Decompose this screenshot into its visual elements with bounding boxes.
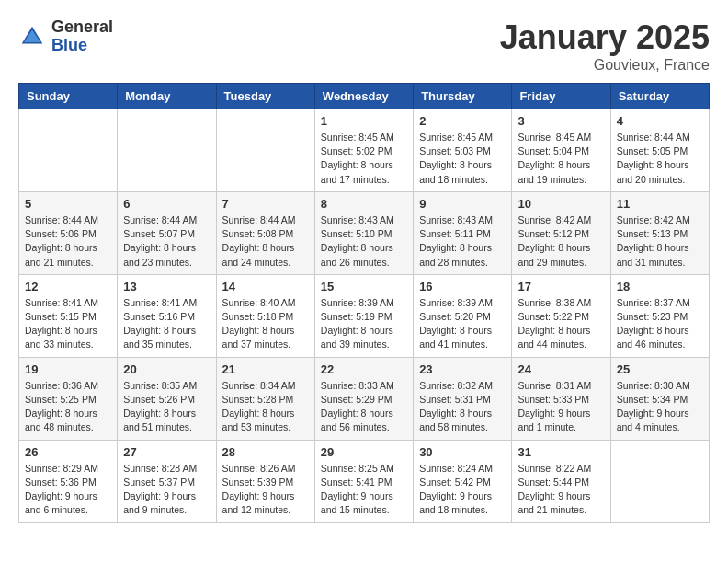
day-number: 17: [518, 280, 604, 293]
calendar-cell: 14Sunrise: 8:40 AM Sunset: 5:18 PM Dayli…: [216, 274, 314, 357]
calendar-week-row: 19Sunrise: 8:36 AM Sunset: 5:25 PM Dayli…: [19, 357, 710, 440]
calendar-cell: [216, 109, 314, 192]
day-number: 3: [518, 114, 604, 128]
logo-blue: Blue: [51, 37, 113, 55]
weekday-header: Wednesday: [314, 84, 413, 109]
day-number: 7: [222, 197, 309, 211]
calendar-cell: 6Sunrise: 8:44 AM Sunset: 5:07 PM Daylig…: [118, 191, 216, 274]
calendar-cell: 17Sunrise: 8:38 AM Sunset: 5:22 PM Dayli…: [512, 274, 610, 357]
calendar-cell: 12Sunrise: 8:41 AM Sunset: 5:15 PM Dayli…: [19, 274, 118, 357]
calendar-cell: 13Sunrise: 8:41 AM Sunset: 5:16 PM Dayli…: [118, 274, 216, 357]
day-number: 28: [222, 445, 309, 459]
logo-icon: [18, 23, 46, 51]
day-info: Sunrise: 8:44 AM Sunset: 5:05 PM Dayligh…: [617, 131, 703, 187]
calendar-cell: 20Sunrise: 8:35 AM Sunset: 5:26 PM Dayli…: [118, 357, 216, 440]
calendar-week-row: 5Sunrise: 8:44 AM Sunset: 5:06 PM Daylig…: [19, 191, 710, 274]
logo: General Blue: [18, 18, 113, 55]
weekday-header: Tuesday: [216, 84, 314, 109]
calendar-cell: 11Sunrise: 8:42 AM Sunset: 5:13 PM Dayli…: [610, 191, 709, 274]
calendar-cell: 26Sunrise: 8:29 AM Sunset: 5:36 PM Dayli…: [19, 440, 118, 523]
day-info: Sunrise: 8:41 AM Sunset: 5:15 PM Dayligh…: [25, 296, 111, 352]
day-number: 6: [123, 197, 210, 211]
calendar-cell: 15Sunrise: 8:39 AM Sunset: 5:19 PM Dayli…: [314, 274, 413, 357]
day-info: Sunrise: 8:31 AM Sunset: 5:33 PM Dayligh…: [518, 379, 604, 435]
day-number: 11: [617, 197, 703, 211]
day-info: Sunrise: 8:41 AM Sunset: 5:16 PM Dayligh…: [123, 296, 210, 352]
day-number: 15: [321, 280, 407, 293]
calendar-cell: [610, 440, 709, 523]
calendar-cell: 5Sunrise: 8:44 AM Sunset: 5:06 PM Daylig…: [19, 191, 118, 274]
day-info: Sunrise: 8:43 AM Sunset: 5:11 PM Dayligh…: [419, 213, 506, 270]
calendar-cell: 9Sunrise: 8:43 AM Sunset: 5:11 PM Daylig…: [414, 191, 512, 274]
day-number: 21: [222, 362, 309, 376]
calendar-cell: 7Sunrise: 8:44 AM Sunset: 5:08 PM Daylig…: [216, 191, 314, 274]
day-info: Sunrise: 8:44 AM Sunset: 5:08 PM Dayligh…: [222, 213, 309, 270]
logo-text: General Blue: [51, 18, 113, 55]
calendar-week-row: 12Sunrise: 8:41 AM Sunset: 5:15 PM Dayli…: [19, 274, 710, 357]
month-title: January 2025: [500, 18, 710, 57]
calendar-cell: 27Sunrise: 8:28 AM Sunset: 5:37 PM Dayli…: [118, 440, 216, 523]
calendar-cell: 28Sunrise: 8:26 AM Sunset: 5:39 PM Dayli…: [216, 440, 314, 523]
day-info: Sunrise: 8:32 AM Sunset: 5:31 PM Dayligh…: [419, 379, 506, 435]
calendar-cell: 3Sunrise: 8:45 AM Sunset: 5:04 PM Daylig…: [512, 109, 610, 192]
calendar-cell: 16Sunrise: 8:39 AM Sunset: 5:20 PM Dayli…: [414, 274, 512, 357]
day-info: Sunrise: 8:28 AM Sunset: 5:37 PM Dayligh…: [123, 462, 210, 518]
day-number: 20: [123, 362, 210, 376]
day-info: Sunrise: 8:37 AM Sunset: 5:23 PM Dayligh…: [617, 296, 703, 352]
calendar-cell: 18Sunrise: 8:37 AM Sunset: 5:23 PM Dayli…: [610, 274, 709, 357]
day-info: Sunrise: 8:45 AM Sunset: 5:04 PM Dayligh…: [518, 131, 604, 187]
day-number: 13: [123, 280, 210, 293]
day-info: Sunrise: 8:24 AM Sunset: 5:42 PM Dayligh…: [419, 462, 506, 518]
calendar-week-row: 1Sunrise: 8:45 AM Sunset: 5:02 PM Daylig…: [19, 109, 710, 192]
calendar-cell: 25Sunrise: 8:30 AM Sunset: 5:34 PM Dayli…: [610, 357, 709, 440]
calendar-cell: 31Sunrise: 8:22 AM Sunset: 5:44 PM Dayli…: [512, 440, 610, 523]
day-info: Sunrise: 8:42 AM Sunset: 5:12 PM Dayligh…: [518, 213, 604, 270]
day-number: 27: [123, 445, 210, 459]
location: Gouvieux, France: [500, 57, 710, 74]
calendar-cell: 2Sunrise: 8:45 AM Sunset: 5:03 PM Daylig…: [414, 109, 512, 192]
day-number: 31: [518, 445, 604, 459]
day-info: Sunrise: 8:44 AM Sunset: 5:06 PM Dayligh…: [25, 213, 111, 270]
page-header: General Blue January 2025 Gouvieux, Fran…: [18, 18, 710, 74]
day-info: Sunrise: 8:30 AM Sunset: 5:34 PM Dayligh…: [617, 379, 703, 435]
day-number: 4: [617, 114, 703, 128]
day-number: 1: [321, 114, 407, 128]
title-block: January 2025 Gouvieux, France: [500, 18, 710, 74]
day-number: 26: [25, 445, 111, 459]
calendar-cell: 19Sunrise: 8:36 AM Sunset: 5:25 PM Dayli…: [19, 357, 118, 440]
day-number: 19: [25, 362, 111, 376]
day-number: 22: [321, 362, 407, 376]
day-info: Sunrise: 8:34 AM Sunset: 5:28 PM Dayligh…: [222, 379, 309, 435]
day-info: Sunrise: 8:40 AM Sunset: 5:18 PM Dayligh…: [222, 296, 309, 352]
day-number: 12: [25, 280, 111, 293]
weekday-header: Thursday: [414, 84, 512, 109]
day-info: Sunrise: 8:36 AM Sunset: 5:25 PM Dayligh…: [25, 379, 111, 435]
calendar-cell: 8Sunrise: 8:43 AM Sunset: 5:10 PM Daylig…: [314, 191, 413, 274]
day-info: Sunrise: 8:45 AM Sunset: 5:02 PM Dayligh…: [321, 131, 407, 187]
day-info: Sunrise: 8:26 AM Sunset: 5:39 PM Dayligh…: [222, 462, 309, 518]
calendar-cell: 30Sunrise: 8:24 AM Sunset: 5:42 PM Dayli…: [414, 440, 512, 523]
day-number: 30: [419, 445, 506, 459]
weekday-header: Monday: [118, 84, 216, 109]
logo-general: General: [51, 18, 113, 37]
calendar-cell: 22Sunrise: 8:33 AM Sunset: 5:29 PM Dayli…: [314, 357, 413, 440]
day-info: Sunrise: 8:43 AM Sunset: 5:10 PM Dayligh…: [321, 213, 407, 270]
day-info: Sunrise: 8:45 AM Sunset: 5:03 PM Dayligh…: [419, 131, 506, 187]
day-info: Sunrise: 8:35 AM Sunset: 5:26 PM Dayligh…: [123, 379, 210, 435]
weekday-header-row: SundayMondayTuesdayWednesdayThursdayFrid…: [19, 84, 710, 109]
calendar-cell: 1Sunrise: 8:45 AM Sunset: 5:02 PM Daylig…: [314, 109, 413, 192]
day-number: 14: [222, 280, 309, 293]
day-info: Sunrise: 8:39 AM Sunset: 5:20 PM Dayligh…: [419, 296, 506, 352]
calendar-cell: 10Sunrise: 8:42 AM Sunset: 5:12 PM Dayli…: [512, 191, 610, 274]
calendar-week-row: 26Sunrise: 8:29 AM Sunset: 5:36 PM Dayli…: [19, 440, 710, 523]
day-number: 5: [25, 197, 111, 211]
weekday-header: Saturday: [610, 84, 709, 109]
weekday-header: Sunday: [19, 84, 118, 109]
calendar-cell: [19, 109, 118, 192]
day-number: 10: [518, 197, 604, 211]
day-number: 29: [321, 445, 407, 459]
day-info: Sunrise: 8:29 AM Sunset: 5:36 PM Dayligh…: [25, 462, 111, 518]
calendar-table: SundayMondayTuesdayWednesdayThursdayFrid…: [18, 83, 710, 523]
day-number: 23: [419, 362, 506, 376]
day-info: Sunrise: 8:44 AM Sunset: 5:07 PM Dayligh…: [123, 213, 210, 270]
